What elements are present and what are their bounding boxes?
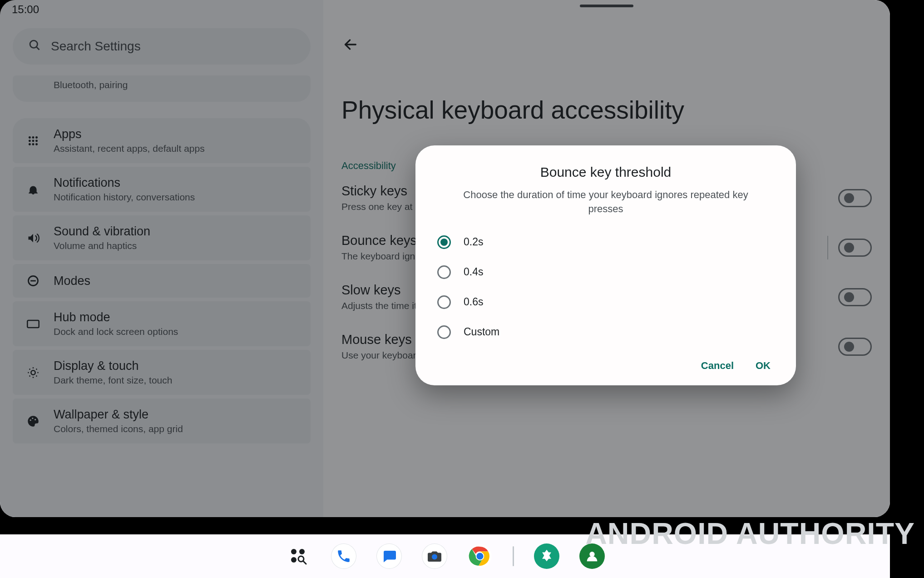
ok-button[interactable]: OK [756, 360, 771, 372]
magisk-app-icon[interactable] [534, 543, 559, 569]
dialog-title: Bounce key threshold [435, 164, 777, 180]
radio-label: 0.6s [464, 296, 483, 308]
phone-app-icon[interactable] [331, 543, 356, 569]
chrome-app-icon[interactable] [467, 543, 493, 569]
radio-label: 0.4s [464, 266, 483, 278]
radio-group: 0.2s 0.4s 0.6s Custom [435, 230, 777, 344]
radio-option-3[interactable]: Custom [437, 320, 777, 344]
cancel-button[interactable]: Cancel [701, 360, 734, 372]
svg-point-26 [432, 554, 437, 560]
dialog-subtitle: Choose the duration of time your keyboar… [445, 188, 767, 216]
svg-point-22 [299, 549, 305, 554]
svg-point-21 [291, 549, 296, 554]
bounce-threshold-dialog: Bounce key threshold Choose the duration… [415, 145, 796, 385]
svg-point-30 [589, 552, 594, 557]
svg-point-29 [476, 553, 483, 559]
radio-label: Custom [464, 326, 499, 338]
messages-app-icon[interactable] [376, 543, 402, 569]
radio-label: 0.2s [464, 236, 483, 248]
all-apps-button[interactable] [286, 543, 311, 569]
camera-app-icon[interactable] [422, 543, 447, 569]
svg-point-23 [291, 557, 296, 563]
watermark: ANDROID AUTHORITY [585, 516, 915, 551]
taskbar-separator [513, 546, 514, 566]
radio-icon [437, 325, 451, 339]
radio-icon [437, 295, 451, 309]
radio-icon [437, 265, 451, 279]
radio-option-1[interactable]: 0.4s [437, 260, 777, 284]
svg-line-25 [303, 561, 306, 564]
radio-icon [437, 235, 451, 249]
radio-option-0[interactable]: 0.2s [437, 230, 777, 254]
radio-option-2[interactable]: 0.6s [437, 290, 777, 314]
